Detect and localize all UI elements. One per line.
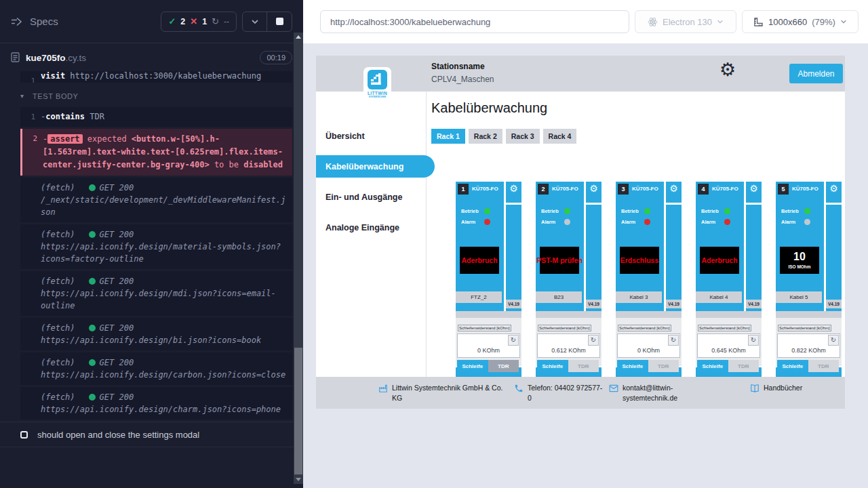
status-display: 10 ISO MOhm [780,247,819,274]
card-settings-gear-icon[interactable]: ⚙ [589,184,598,193]
device-card: 2 KÜ705-FO Betrieb Alarm PST-M prüfen B2… [536,182,601,394]
test-body-section-header[interactable]: ▾ TEST BODY [33,91,292,102]
card-settings-gear-icon[interactable]: ⚙ [509,184,518,193]
card-number-badge: 5 [778,184,789,195]
measurement-panel: Schleifenwiderstand [kOhm] ↻ 0.645 KOhm … [696,318,762,366]
refresh-icon[interactable]: ↻ [748,335,759,346]
spec-file-name: kue705fo [26,53,66,63]
firmware-version: V4.19 [506,300,521,308]
schleife-button[interactable]: Schleife [457,360,488,372]
url-input[interactable] [320,10,629,33]
status-ok-dot [89,325,96,331]
log-command-visit[interactable]: 1 visit http://localhost:3000/kabelueber… [20,71,292,83]
status-error-text: Aderbruch [701,256,737,264]
measurement-label: Schleifenwiderstand [kOhm] [778,325,831,331]
fetch-log-entry[interactable]: (fetch) GET 200 https://api.iconify.desi… [20,271,292,316]
refresh-icon[interactable]: ↻ [508,335,519,346]
pending-count: -- [224,17,229,26]
device-card: 4 KÜ705-FO Betrieb Alarm Aderbruch Kabel… [696,182,762,394]
betrieb-label: Betrieb [701,208,720,214]
rack-tab[interactable]: Rack 2 [469,129,502,144]
measurement-value: 0.822 KOhm [778,347,840,354]
spec-file-icon [11,52,20,62]
tdr-button[interactable]: TDR [808,360,840,372]
refresh-icon[interactable]: ↻ [828,335,839,346]
card-settings-gear-icon[interactable]: ⚙ [749,184,758,193]
electron-icon [648,17,658,27]
rack-tab[interactable]: Rack 1 [431,129,465,144]
alarm-label: Alarm [621,219,640,225]
fetch-log-entry[interactable]: (fetch) GET 200 https://api.iconify.desi… [20,387,292,420]
tdr-button[interactable]: TDR [488,360,519,372]
fetch-log-entry[interactable]: (fetch) GET 200 https://api.iconify.desi… [20,352,292,385]
passed-check-icon: ✓ [168,16,176,26]
fetch-url: https://api.iconify.design/material-symb… [41,241,287,265]
device-card: 3 KÜ705-FO Betrieb Alarm Erdschluss Kabe… [616,182,682,394]
sidebar-item[interactable]: Übersicht [316,125,426,147]
sidebar-item[interactable]: Ein- und Ausgänge [316,186,426,208]
footer-manuals-link[interactable]: Handbücher [750,383,802,393]
specs-title[interactable]: Specs [11,16,58,27]
tdr-button[interactable]: TDR [648,360,679,372]
measurement-value: 0 KOhm [618,347,679,354]
alarm-label: Alarm [461,219,480,225]
scroll-up-arrow[interactable] [296,35,301,39]
rack-tab[interactable]: Rack 3 [506,129,540,144]
betrieb-led [484,208,490,214]
measurement-panel: Schleifenwiderstand [kOhm] ↻ 0 KOhm Schl… [616,318,682,366]
status-display: PST-M prüfen [540,247,579,274]
alarm-label: Alarm [781,219,800,225]
logout-button[interactable]: Abmelden [789,64,843,83]
schleife-button[interactable]: Schleife [617,360,648,372]
card-settings-gear-icon[interactable]: ⚙ [669,184,678,193]
schleife-button[interactable]: Schleife [697,360,728,372]
stop-button[interactable] [267,12,292,31]
card-model-label: KÜ705-FO [472,186,498,192]
runner-scrollbar[interactable] [294,33,303,484]
fetch-log-entry[interactable]: (fetch) GET 200 https://api.iconify.desi… [20,318,292,350]
sidebar-item[interactable]: Kabelüberwachung [316,155,435,178]
collapse-chevron-button[interactable] [243,12,267,31]
log-command-assert-failed[interactable]: 2 -assert expected <button.w-[50%].h-[1.… [20,129,292,176]
fetch-log-entry[interactable]: (fetch) GET 200 /_next/static/developmen… [20,178,292,222]
firmware-version: V4.19 [666,300,682,308]
sidebar-item[interactable]: Analoge Eingänge [316,216,426,239]
device-card: 1 KÜ705-FO Betrieb Alarm Aderbruch FTZ_2 [456,182,521,394]
firmware-version: V4.19 [586,300,601,308]
tdr-button[interactable]: TDR [728,360,760,372]
line-number: 1 [20,75,35,83]
chevron-down-icon: ▾ [20,91,24,102]
refresh-icon[interactable]: ↻ [668,335,679,346]
fetch-url: https://api.iconify.design/mdi.json?icon… [41,287,287,312]
card-model-label: KÜ705-FO [792,186,818,192]
alarm-led [644,219,650,225]
settings-gear-icon[interactable]: ⚙ [719,61,736,79]
next-test-row[interactable]: should open and close the settings modal [0,422,303,447]
pending-refresh-icon: ↻ [212,16,219,26]
measurement-label: Schleifenwiderstand [kOhm] [618,325,671,331]
card-settings-gear-icon[interactable]: ⚙ [829,184,838,193]
specs-arrow-icon [11,16,23,27]
failed-x-icon: ✕ [190,16,197,26]
fetch-url: /_next/static/development/_devMiddleware… [41,194,287,218]
rack-tab[interactable]: Rack 4 [543,129,577,144]
scrollbar-thumb[interactable] [294,348,302,474]
card-number-badge: 4 [698,184,709,195]
cypress-runner-panel: Specs ✓ 2 ✕ 1 ↻ -- kue705fo [0,0,303,488]
tdr-button[interactable]: TDR [568,360,599,372]
scroll-down-arrow[interactable] [296,478,301,481]
refresh-icon[interactable]: ↻ [588,335,599,346]
betrieb-label: Betrieb [461,208,480,214]
device-card: 5 KÜ705-FO Betrieb Alarm 10 ISO MOhm Kab… [776,182,842,394]
schleife-button[interactable]: Schleife [537,360,568,372]
fetch-log-entry[interactable]: (fetch) GET 200 https://api.iconify.desi… [20,224,292,269]
browser-select[interactable]: Electron 130 [635,10,736,33]
fetch-url: https://api.iconify.design/bi.json?icons… [41,334,287,346]
runner-header: Specs ✓ 2 ✕ 1 ↻ -- [0,0,303,43]
fetch-status: GET 200 [100,322,134,334]
status-ok-dot [89,359,96,366]
log-command-contains[interactable]: 1 -contains TDR [20,107,292,127]
viewport-select[interactable]: 1000x660 (79%) [742,10,859,33]
spec-file-row[interactable]: kue705fo.cy.ts 00:19 [0,43,303,71]
schleife-button[interactable]: Schleife [777,360,808,372]
